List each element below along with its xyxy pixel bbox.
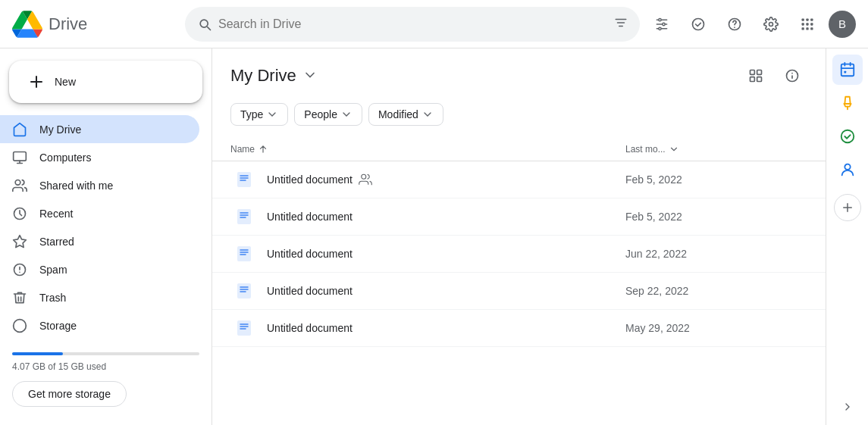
file-row[interactable]: Untitled document Sep 22, 2022 — [212, 273, 826, 310]
file-more-actions[interactable] — [777, 279, 807, 303]
column-name[interactable]: Name — [230, 144, 625, 155]
svg-rect-11 — [810, 27, 813, 30]
file-more-actions[interactable] — [777, 316, 807, 340]
sidebar-item-starred[interactable]: Starred — [0, 228, 199, 256]
svg-point-31 — [794, 249, 796, 251]
trash-nav-icon — [12, 290, 27, 305]
drive-nav-icon — [12, 122, 27, 137]
file-more-actions[interactable] — [777, 205, 807, 229]
svg-rect-12 — [14, 152, 27, 161]
svg-point-36 — [794, 290, 796, 292]
computer-nav-icon — [12, 150, 27, 165]
svg-point-39 — [794, 323, 796, 325]
svg-point-0 — [693, 18, 704, 30]
apps-button[interactable] — [792, 9, 823, 39]
body: New My Drive — [0, 48, 868, 425]
search-input[interactable] — [218, 17, 608, 31]
sidebar-item-spam[interactable]: Spam — [0, 256, 199, 284]
file-name: Untitled document — [267, 211, 625, 223]
svg-rect-42 — [841, 64, 854, 77]
tasks-panel-icon[interactable] — [832, 121, 863, 152]
people-filter-chevron-icon — [340, 108, 353, 120]
get-more-storage-button[interactable]: Get more storage — [12, 381, 127, 407]
keep-panel-icon[interactable] — [832, 88, 863, 118]
file-more-actions[interactable] — [777, 242, 807, 266]
drive-title: My Drive — [230, 66, 296, 86]
doc-icon — [230, 245, 258, 263]
doc-icon — [230, 170, 258, 189]
file-name: Untitled document — [267, 285, 625, 297]
shared-icon — [359, 173, 372, 186]
file-row[interactable]: Untitled document Feb 5, 2022 — [212, 161, 826, 198]
filter-people[interactable]: People — [294, 103, 362, 126]
search-filter-icon[interactable] — [614, 16, 628, 32]
storage-section: 4.07 GB of 15 GB used Get more storage — [0, 340, 212, 419]
header-actions: B — [647, 9, 856, 39]
file-date: May 29, 2022 — [625, 322, 777, 334]
sidebar-item-my-drive[interactable]: My Drive — [0, 115, 199, 143]
svg-point-27 — [794, 212, 796, 214]
svg-point-25 — [794, 183, 796, 184]
svg-point-24 — [794, 179, 796, 180]
plus-icon — [27, 73, 45, 91]
tasks-done-button[interactable] — [683, 9, 713, 39]
sidebar-item-storage[interactable]: Storage — [0, 312, 199, 340]
file-row[interactable]: Untitled document May 29, 2022 — [212, 310, 826, 347]
right-panel-expand-button[interactable] — [835, 395, 860, 419]
recent-nav-icon — [12, 206, 27, 221]
svg-point-22 — [362, 174, 366, 179]
file-name: Untitled document — [267, 322, 625, 334]
sidebar-item-shared-with-me[interactable]: Shared with me — [0, 171, 199, 199]
starred-nav-icon — [12, 234, 27, 249]
sidebar-item-computers[interactable]: Computers — [0, 143, 199, 171]
svg-rect-3 — [802, 18, 804, 20]
main-content: My Drive — [212, 48, 826, 425]
svg-point-40 — [794, 327, 796, 329]
file-row[interactable]: Untitled document Jun 22, 2022 — [212, 236, 826, 273]
svg-rect-34 — [237, 283, 251, 298]
grid-view-button[interactable] — [741, 61, 771, 91]
contacts-panel-icon[interactable] — [832, 155, 863, 185]
doc-icon — [230, 282, 258, 300]
svg-rect-5 — [810, 18, 813, 20]
drive-logo-icon — [12, 9, 42, 39]
sidebar: New My Drive — [0, 48, 212, 425]
filter-settings-button[interactable] — [647, 9, 677, 39]
svg-point-33 — [794, 257, 796, 258]
column-date[interactable]: Last mo... — [625, 144, 777, 155]
file-date: Jun 22, 2022 — [625, 248, 777, 260]
file-row[interactable]: Untitled document Feb 5, 2022 — [212, 198, 826, 236]
new-button[interactable]: New — [9, 61, 202, 103]
svg-rect-4 — [806, 18, 808, 20]
app-container: Drive — [0, 0, 868, 425]
info-button[interactable] — [777, 61, 807, 91]
svg-rect-16 — [750, 70, 755, 75]
file-name: Untitled document — [267, 248, 625, 260]
calendar-panel-icon[interactable] — [832, 55, 863, 85]
storage-nav-icon — [12, 318, 27, 333]
svg-rect-6 — [802, 23, 804, 25]
sidebar-item-trash[interactable]: Trash — [0, 284, 199, 312]
file-more-actions[interactable] — [777, 167, 807, 192]
user-avatar[interactable]: B — [829, 11, 856, 38]
svg-rect-17 — [757, 70, 762, 75]
settings-button[interactable] — [756, 9, 786, 39]
svg-point-45 — [844, 164, 850, 170]
svg-rect-21 — [237, 172, 251, 187]
svg-point-37 — [794, 294, 796, 295]
filter-modified[interactable]: Modified — [368, 103, 443, 126]
filter-type[interactable]: Type — [230, 103, 288, 126]
search-icon — [197, 17, 212, 32]
spam-nav-icon — [12, 262, 27, 277]
svg-rect-8 — [810, 23, 813, 25]
type-filter-chevron-icon — [266, 108, 278, 120]
help-button[interactable] — [719, 9, 750, 39]
view-controls — [741, 61, 807, 91]
storage-text: 4.07 GB of 15 GB used — [12, 361, 199, 372]
sidebar-item-recent[interactable]: Recent — [0, 199, 199, 227]
drive-title-chevron-icon[interactable] — [302, 67, 318, 85]
app-name: Drive — [49, 14, 87, 34]
svg-rect-18 — [750, 77, 755, 82]
add-panel-button[interactable] — [834, 194, 861, 221]
search-bar[interactable] — [185, 7, 640, 42]
